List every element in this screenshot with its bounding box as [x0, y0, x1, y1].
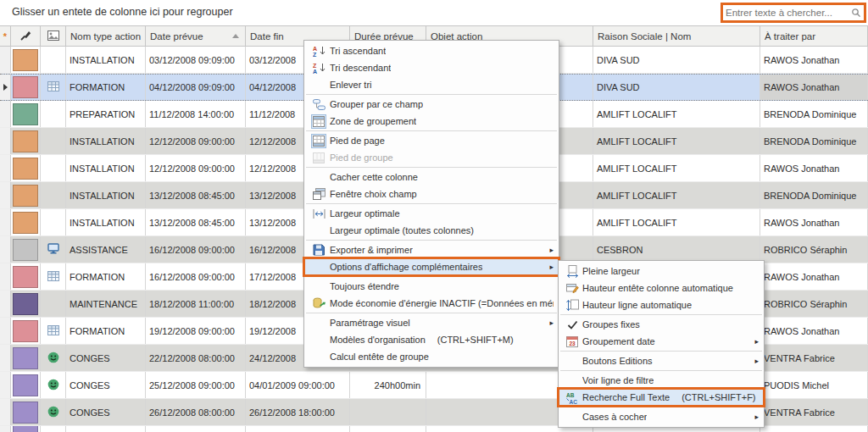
cell-type-icon[interactable] [41, 345, 66, 371]
cell-date-prevue[interactable]: 03/12/2008 09:09:00 [146, 47, 246, 73]
cell-a-traiter-par[interactable]: ROBRICO Séraphin [760, 236, 868, 263]
row-indicator-cell[interactable] [0, 318, 11, 344]
cell-date-prevue[interactable]: 25/12/2008 09:00:00 [146, 372, 246, 398]
menu-item-cacher-cette-colonne[interactable]: Cacher cette colonne [304, 169, 559, 186]
cell-a-traiter-par[interactable]: BRENODA Dominique [760, 182, 868, 208]
cell-color[interactable] [11, 128, 41, 154]
cell-date-prevue[interactable]: 11/12/2008 14:00:00 [146, 101, 246, 127]
menu-item-options-affichage-complementaires[interactable]: Options d'affichage complémentaires ▸ [304, 258, 559, 275]
cell-nom-type-action[interactable]: CONGES [66, 399, 146, 425]
cell-duree-prevue[interactable] [350, 399, 426, 425]
search-box[interactable] [721, 3, 866, 23]
cell-a-traiter-par[interactable]: RAWOS Jonathan [760, 318, 868, 344]
menu-item-exporter-imprimer[interactable]: Exporter & imprimer ▸ [304, 241, 559, 258]
row-indicator-cell[interactable] [0, 101, 11, 127]
cell-nom-type-action[interactable]: FORMATION [66, 318, 146, 344]
cell-a-traiter-par[interactable]: RAWOS Jonathan [760, 155, 868, 181]
cell-date-prevue[interactable]: 16/12/2008 09:00:00 [146, 236, 246, 263]
cell-a-traiter-par[interactable]: RAWOS Jonathan [760, 209, 868, 235]
submenu-item-recherche-full-texte[interactable]: ABAC Recherche Full Texte (CTRL+SHIFT+F) [559, 389, 764, 406]
menu-item-tri-ascendant[interactable]: AZ Tri ascendant [304, 42, 559, 59]
menu-item-largeur-optimale-toutes-colonnes[interactable]: Largeur optimale (toutes colonnes) [304, 222, 559, 239]
menu-item-enlever-tri[interactable]: Enlever tri [304, 76, 559, 93]
column-header-raison-sociale[interactable]: Raison Sociale | Nom [593, 26, 760, 46]
cell-type-icon[interactable] [41, 182, 66, 208]
cell-raison-sociale[interactable]: AMLIFT LOCALIFT [593, 101, 760, 127]
submenu-item-pleine-largeur[interactable]: Pleine largeur [559, 263, 764, 280]
cell-nom-type-action[interactable] [66, 426, 146, 432]
submenu-item-groupement-date[interactable]: 23 Groupement date ▸ [559, 333, 764, 350]
cell-type-icon[interactable] [41, 128, 66, 154]
menu-item-modeles-organisation[interactable]: Modèles d'organisation (CTRL+SHIFT+M) [304, 331, 559, 348]
cell-color[interactable] [11, 101, 41, 127]
cell-date-prevue[interactable]: 16/12/2008 09:00:00 [146, 263, 246, 290]
search-input[interactable] [723, 8, 851, 18]
cell-date-prevue[interactable] [146, 426, 246, 432]
submenu-item-boutons-editions[interactable]: Boutons Editions ▸ [559, 352, 764, 369]
cell-nom-type-action[interactable]: INSTALLATION [66, 128, 146, 154]
cell-raison-sociale[interactable]: AMLIFT LOCALIFT [593, 128, 760, 154]
cell-color[interactable] [11, 318, 41, 344]
column-header-indicator[interactable]: * [0, 26, 11, 46]
cell-raison-sociale[interactable]: AMLIFT LOCALIFT [593, 209, 760, 235]
cell-date-fin[interactable]: 04/01/2009 09:00:00 [246, 372, 350, 398]
cell-a-traiter-par[interactable]: PUODIS Michel [760, 372, 868, 398]
cell-color[interactable] [11, 236, 41, 263]
row-indicator-cell[interactable] [0, 263, 11, 290]
menu-item-pied-de-page[interactable]: Pied de page [304, 132, 559, 149]
row-indicator-cell[interactable] [0, 128, 11, 154]
row-indicator-cell[interactable] [0, 345, 11, 371]
cell-a-traiter-par[interactable]: VENTRA Fabrice [760, 399, 868, 425]
cell-type-icon[interactable] [41, 318, 66, 344]
cell-raison-sociale[interactable]: DIVA SUD [593, 75, 760, 100]
cell-type-icon[interactable] [41, 101, 66, 127]
cell-nom-type-action[interactable]: FORMATION [66, 75, 146, 100]
cell-nom-type-action[interactable]: CONGES [66, 345, 146, 371]
cell-a-traiter-par[interactable]: ROBRICO Séraphin [760, 291, 868, 317]
row-indicator-cell[interactable] [0, 291, 11, 317]
submenu-item-hauteur-entete-colonne-automatique[interactable]: Hauteur entête colonne automatique [559, 280, 764, 296]
cell-a-traiter-par[interactable]: RAWOS Jonathan [760, 47, 868, 73]
cell-color[interactable] [11, 426, 41, 432]
row-indicator-cell[interactable] [0, 155, 11, 181]
cell-a-traiter-par[interactable]: BRENODA Dominique [760, 101, 868, 127]
cell-date-prevue[interactable]: 04/12/2008 09:09:00 [146, 75, 246, 100]
cell-nom-type-action[interactable]: ASSISTANCE [66, 236, 146, 263]
row-indicator-cell[interactable] [0, 182, 11, 208]
cell-color[interactable] [11, 155, 41, 181]
cell-color[interactable] [11, 291, 41, 317]
cell-nom-type-action[interactable]: MAINTENANCE [66, 291, 146, 317]
cell-raison-sociale[interactable]: AMLIFT LOCALIFT [593, 155, 760, 181]
cell-color[interactable] [11, 209, 41, 235]
row-indicator-cell[interactable] [0, 372, 11, 398]
row-indicator-cell[interactable] [0, 426, 11, 432]
cell-raison-sociale[interactable]: DIVA SUD [593, 47, 760, 73]
cell-type-icon[interactable] [41, 426, 66, 432]
cell-duree-prevue[interactable] [350, 426, 426, 432]
menu-item-grouper-par-ce-champ[interactable]: Grouper par ce champ [304, 96, 559, 113]
cell-color[interactable] [11, 182, 41, 208]
cell-date-prevue[interactable]: 12/12/2008 09:00:00 [146, 128, 246, 154]
row-indicator-cell[interactable] [0, 399, 11, 425]
cell-date-prevue[interactable]: 18/12/2008 11:00:00 [146, 291, 246, 317]
menu-item-mode-economie-energie[interactable]: Mode économie d'énergie INACTIF (=Donnée… [304, 295, 559, 312]
cell-color[interactable] [11, 372, 41, 398]
menu-item-calcul-entete-de-groupe[interactable]: Calcul entête de groupe [304, 348, 559, 365]
cell-color[interactable] [11, 47, 41, 73]
cell-date-prevue[interactable]: 22/12/2008 08:00:00 [146, 345, 246, 371]
cell-nom-type-action[interactable]: CONGES [66, 372, 146, 398]
cell-type-icon[interactable] [41, 47, 66, 73]
menu-item-tri-descendant[interactable]: ZA Tri descendant [304, 59, 559, 76]
column-header-date-prevue[interactable]: Date prévue [146, 26, 246, 46]
cell-raison-sociale[interactable]: AMLIFT LOCALIFT [593, 182, 760, 208]
cell-a-traiter-par[interactable]: VENTRA Fabrice [760, 345, 868, 371]
menu-item-parametrage-visuel[interactable]: Paramétrage visuel ▸ [304, 314, 559, 331]
cell-color[interactable] [11, 75, 41, 100]
cell-nom-type-action[interactable]: INSTALLATION [66, 155, 146, 181]
cell-date-prevue[interactable]: 13/12/2008 08:45:00 [146, 209, 246, 235]
cell-nom-type-action[interactable]: INSTALLATION [66, 182, 146, 208]
cell-date-prevue[interactable]: 19/12/2008 09:00:00 [146, 318, 246, 344]
cell-type-icon[interactable] [41, 236, 66, 263]
cell-type-icon[interactable] [41, 75, 66, 100]
row-indicator-cell[interactable] [0, 209, 11, 235]
